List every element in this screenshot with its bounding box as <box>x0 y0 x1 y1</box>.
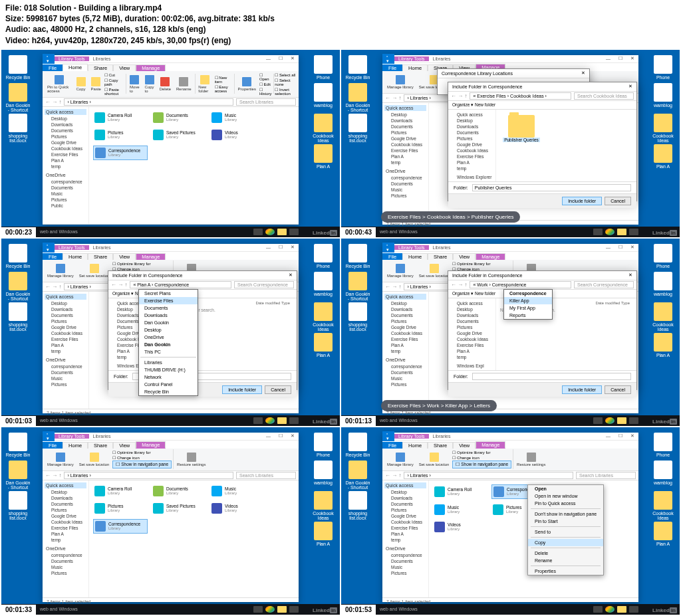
title-bar: ▫ ▾ Library Tools Libraries — ☐ ✕ <box>43 55 299 63</box>
tab-view[interactable]: View <box>113 64 136 71</box>
copy-button[interactable]: Copy <box>74 77 88 91</box>
content-pane[interactable]: Camera RollLibrary DocumentsLibrary Musi… <box>89 107 299 224</box>
wamblog-icon[interactable]: wamblog <box>311 83 336 108</box>
plana-icon[interactable]: Plan A <box>311 144 336 169</box>
file-explorer: ▫ ▾ Library Tools Libraries — ☐ ✕ File H… <box>43 55 299 225</box>
close-button[interactable]: ✕ <box>287 56 299 61</box>
folder-name-input[interactable] <box>472 184 631 191</box>
include-folder-dialog: Include Folder in Correspondence✕ ← → ↑«… <box>448 82 637 201</box>
frame-2: Recycle Bin Dan Gookin - Shortcut shoppi… <box>341 50 680 237</box>
taskbar[interactable]: web and Windows <box>1 227 340 237</box>
path-tooltip: Exercise Files > Cookbook Ideas > Publis… <box>381 211 520 223</box>
ribbon-home: Pin to Quick access Copy Paste CutCopy p… <box>43 71 299 98</box>
cancel-button[interactable]: Cancel <box>605 197 631 205</box>
copy-menu-item: Copy <box>528 539 603 546</box>
path-tooltip: Exercise Files > Work > Killer App > Let… <box>381 400 497 411</box>
search-input[interactable]: Search Libraries <box>236 98 296 106</box>
frame-4: Recycle Bin Dan Gookin - Shortcut shoppi… <box>341 239 680 426</box>
file-info: File: 018 Solution - Building a library.… <box>0 0 681 49</box>
breadcrumb[interactable]: › Libraries › <box>64 98 233 106</box>
onedrive[interactable]: OneDrive <box>45 172 86 178</box>
folder-icon[interactable] <box>508 115 535 138</box>
thumbnail-grid: Recycle Bin Dan Gookin - Shortcut shoppi… <box>0 49 681 616</box>
tab-home[interactable]: Home <box>63 64 88 71</box>
ribbon-tabs: File Home Share View Manage <box>43 63 299 71</box>
close-icon[interactable]: ✕ <box>628 84 632 89</box>
library-item[interactable]: Camera RollLibrary <box>93 111 148 124</box>
tab-share[interactable]: Share <box>88 64 113 71</box>
include-folder-button[interactable]: Include folder <box>562 197 602 205</box>
quick-access[interactable]: Quick access <box>45 109 86 115</box>
sidebar-item[interactable]: Desktop <box>45 116 86 122</box>
max-button[interactable]: ☐ <box>275 56 287 61</box>
recycle-bin-icon[interactable]: Recycle Bin <box>5 55 31 80</box>
include-folder-dialog: Include Folder in Correspondence✕ ← → ↑«… <box>108 270 297 390</box>
cookbook-icon[interactable]: Cookbook Ideas <box>311 114 336 143</box>
nav-back[interactable]: ← → ↑ <box>45 99 61 105</box>
address-bar: ← → ↑ › Libraries › Search Libraries <box>43 98 299 107</box>
linkedin-watermark: Linkedin <box>313 230 337 236</box>
frame-3: Recycle Bin Dan Gookin - Shortcut shoppi… <box>1 239 340 426</box>
close-icon[interactable]: ✕ <box>581 70 585 76</box>
tab-file[interactable]: File <box>43 64 63 71</box>
tab-manage[interactable]: Manage <box>136 64 166 71</box>
frame-5: Recycle Bin Dan Gookin - Shortcut shoppi… <box>1 427 340 615</box>
paste-button[interactable]: Paste <box>89 77 103 91</box>
breadcrumb-dropdown[interactable]: Secret PlansExercise FilesDocuments Down… <box>138 289 198 396</box>
frame-1: Recycle Bin Dan Gookin - Shortcut shoppi… <box>1 50 340 237</box>
delete-button[interactable]: Delete <box>158 77 173 91</box>
timestamp: 00:00:23 <box>1 227 36 237</box>
breadcrumb-dropdown[interactable]: CorrespondenceKiller App My First AppRep… <box>503 289 553 320</box>
context-menu[interactable]: OpenOpen in new windowPin to Quick acces… <box>527 484 604 575</box>
shortcut-icon[interactable]: Dan Gookin - Shortcut <box>5 83 31 112</box>
doc-icon[interactable]: shopping list.docx <box>5 114 31 143</box>
frame-6: Recycle Bin Dan Gookin - Shortcut shoppi… <box>341 427 680 615</box>
library-correspondence[interactable]: CorrespondenceLibrary <box>93 146 148 160</box>
pin-button[interactable]: Pin to Quick access <box>45 75 73 93</box>
min-button[interactable]: — <box>262 56 275 61</box>
phone-icon[interactable]: Phone <box>311 55 336 80</box>
nav-sidebar: Quick access Desktop Downloads Documents… <box>43 107 89 224</box>
